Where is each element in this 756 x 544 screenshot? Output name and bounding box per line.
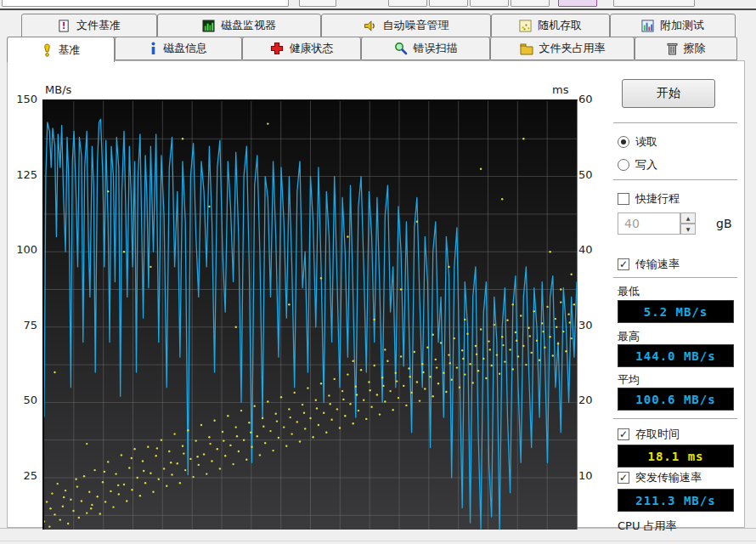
health-icon (270, 42, 284, 55)
error-scan-icon (394, 42, 408, 55)
tab-label: 随机存取 (538, 18, 582, 33)
average-label: 平均 (618, 372, 640, 388)
tab-label: 健康状态 (290, 41, 334, 56)
access-time-value: 18.1 ms (618, 445, 734, 468)
toolbar-button-1[interactable] (299, 0, 336, 7)
tab-folder-usage[interactable]: 文件夹占用率 (490, 37, 635, 60)
axis-tick-label: 20 (578, 394, 609, 406)
axis-tick-label: 40 (578, 243, 609, 256)
axis-tick-label: 60 (578, 93, 609, 105)
read-radio-label: 读取 (635, 134, 657, 150)
axis-tick-label: 30 (578, 319, 609, 332)
tab-extra-tests[interactable]: 附加测试 (610, 14, 736, 37)
access-time-label: 存取时间 (635, 427, 680, 442)
checkbox-checked-icon[interactable]: ✓ (618, 472, 629, 484)
checkbox-unchecked-icon[interactable] (618, 193, 629, 205)
chart-plot-svg (44, 101, 577, 530)
tab-file-benchmark[interactable]: ! 文件基准 (21, 14, 157, 37)
tab-erase[interactable]: 擦除 (635, 37, 737, 60)
svg-text:!: ! (62, 20, 66, 31)
toolbar-button-4[interactable] (470, 0, 509, 7)
toolbar-button-wide[interactable] (613, 0, 695, 7)
separator (613, 418, 737, 419)
cpu-usage-label-clipped: CPU 占用率 (618, 518, 677, 534)
tab-benchmark[interactable]: 基准 (7, 37, 115, 62)
separator (613, 277, 737, 278)
axis-tick-label: 100 (0, 243, 37, 256)
toolbar-divider (0, 8, 756, 10)
minimum-label: 最低 (618, 284, 640, 299)
radio-unselected-icon[interactable] (618, 159, 629, 171)
random-access-icon (519, 20, 532, 32)
file-benchmark-icon: ! (58, 20, 71, 32)
aam-speaker-icon (364, 20, 377, 32)
write-radio-label: 写入 (635, 157, 657, 173)
left-axis-unit: MB/s (45, 83, 71, 96)
toolbar-button-3[interactable] (429, 0, 468, 7)
axis-tick-label: 10 (578, 469, 609, 482)
tab-label: 磁盘信息 (163, 41, 207, 56)
checkbox-checked-icon[interactable]: ✓ (618, 428, 629, 440)
axis-tick-label: 125 (0, 168, 37, 181)
transfer-rate-label: 传输速率 (635, 257, 680, 272)
toolbar-button-2[interactable] (388, 0, 427, 7)
capacity-input[interactable]: 40 (618, 212, 680, 235)
transfer-rate-checkbox[interactable]: ✓ 传输速率 (618, 256, 680, 273)
tab-label: 基准 (59, 42, 81, 58)
folder-usage-icon (520, 42, 533, 55)
tab-label: 附加测试 (660, 18, 704, 33)
tab-error-scan[interactable]: 错误扫描 (361, 37, 490, 60)
tab-label: 错误扫描 (414, 41, 458, 56)
axis-tick-label: 50 (578, 168, 609, 181)
minimum-value: 5.2 MB/s (618, 300, 734, 323)
tab-label: 自动噪音管理 (383, 18, 449, 33)
short-stroke-label: 快捷行程 (635, 191, 680, 207)
read-radio[interactable]: 读取 (618, 133, 657, 150)
right-axis-unit: ms (552, 83, 568, 96)
burst-rate-checkbox[interactable]: ✓ 突发传输速率 (618, 469, 702, 486)
axis-tick-label: 150 (0, 93, 37, 105)
short-stroke-checkbox[interactable]: 快捷行程 (618, 190, 680, 207)
radio-selected-icon[interactable] (618, 136, 629, 148)
extra-tests-icon (641, 20, 654, 32)
toolbar-button-highlighted[interactable] (558, 0, 597, 7)
tab-label: 磁盘监视器 (221, 18, 276, 33)
capacity-value: 40 (624, 217, 640, 230)
stepper-up-icon[interactable]: ▲ (680, 212, 696, 224)
maximum-label: 最高 (618, 329, 640, 344)
burst-rate-value: 211.3 MB/s (618, 489, 734, 512)
benchmark-chart (42, 99, 578, 530)
tab-disk-monitor[interactable]: 磁盘监视器 (157, 14, 321, 37)
tab-health[interactable]: 健康状态 (242, 37, 361, 60)
tab-label: 擦除 (684, 41, 706, 56)
axis-tick-label: 25 (0, 469, 37, 482)
separator (613, 122, 737, 123)
disk-info-icon (150, 42, 157, 55)
burst-rate-label: 突发传输速率 (635, 470, 702, 485)
maximum-value: 144.0 MB/s (618, 344, 734, 367)
separator (613, 179, 737, 180)
write-radio[interactable]: 写入 (618, 156, 657, 173)
erase-icon (667, 42, 678, 55)
axis-tick-label: 50 (0, 394, 37, 406)
tab-random-access[interactable]: 随机存取 (491, 14, 610, 37)
access-time-checkbox[interactable]: ✓ 存取时间 (618, 426, 680, 443)
stepper-down-icon[interactable]: ▼ (680, 224, 696, 235)
capacity-unit-label: gB (716, 217, 732, 230)
average-value: 100.6 MB/s (618, 388, 734, 411)
checkbox-checked-icon[interactable]: ✓ (618, 258, 629, 270)
axis-tick-label: 75 (0, 319, 37, 332)
tab-aam[interactable]: 自动噪音管理 (321, 14, 491, 37)
drive-select-combobox[interactable] (2, 0, 289, 7)
hd-tune-window: ! 文件基准 磁盘监视器 自动噪音管理 随机存取 附加测试 基准 磁盘信息 健康… (0, 0, 756, 544)
tab-label: 文件基准 (76, 18, 121, 33)
toolbar-button-5[interactable] (511, 0, 550, 7)
disk-monitor-icon (202, 20, 215, 32)
start-button[interactable]: 开始 (622, 79, 715, 108)
tab-label: 文件夹占用率 (539, 41, 606, 56)
benchmark-icon (42, 43, 53, 57)
capacity-stepper[interactable]: ▲ ▼ (680, 212, 696, 235)
toolbar-sliver (0, 0, 756, 8)
tab-disk-info[interactable]: 磁盘信息 (115, 37, 242, 60)
